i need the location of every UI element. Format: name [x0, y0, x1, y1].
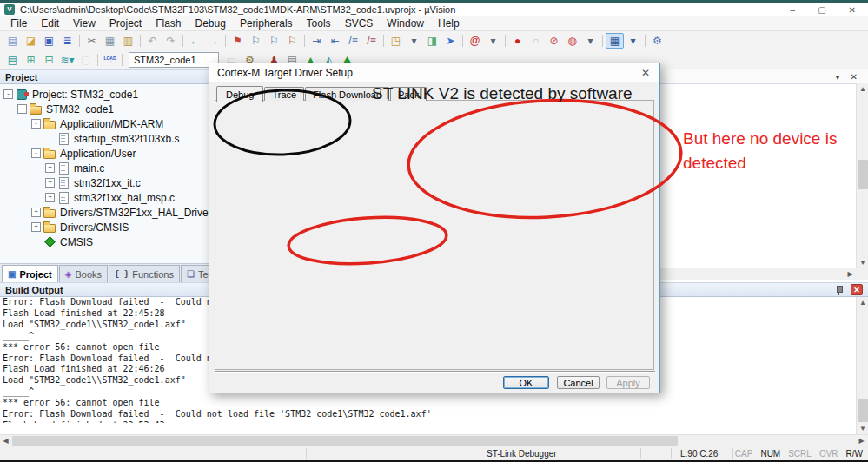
- tree-expander-icon[interactable]: [3, 89, 13, 99]
- redo-icon[interactable]: ↷: [162, 33, 180, 49]
- window-layout-icon[interactable]: ▦: [606, 33, 624, 49]
- tree-expander-icon[interactable]: [31, 208, 41, 217]
- paste-icon[interactable]: ▥: [119, 33, 137, 49]
- bookmark-prev-icon[interactable]: ⚐: [247, 33, 265, 49]
- menu-item[interactable]: Peripherals: [233, 16, 300, 31]
- new-file-icon[interactable]: ▤: [3, 33, 22, 49]
- indent-icon[interactable]: ⇥: [308, 33, 326, 49]
- dialog-tab[interactable]: Debug: [216, 86, 263, 102]
- ok-button[interactable]: OK: [503, 376, 549, 389]
- breakpoint-icon[interactable]: ●: [508, 33, 527, 49]
- target-select-combo[interactable]: STM32_code1: [129, 52, 219, 68]
- find-in-files-icon[interactable]: ◨: [423, 33, 441, 49]
- breakpoint-clear-icon[interactable]: ◍: [563, 33, 581, 49]
- separator[interactable]: [460, 33, 466, 49]
- separator[interactable]: [502, 33, 508, 49]
- scroll-up-icon[interactable]: ▲: [857, 297, 868, 308]
- debug-search-icon[interactable]: @: [466, 33, 484, 49]
- tree-item[interactable]: Application/User: [0, 146, 210, 161]
- uncomment-icon[interactable]: /≡: [362, 33, 381, 49]
- copy-icon[interactable]: ▦: [101, 33, 119, 49]
- scrollbar-thumb[interactable]: [12, 436, 678, 446]
- tree-item[interactable]: CMSIS: [0, 234, 210, 249]
- configure-icon[interactable]: ⚙: [648, 33, 666, 49]
- tree-expander-icon[interactable]: [17, 104, 27, 114]
- breakpoint-kill-icon[interactable]: ⊘: [545, 33, 563, 49]
- separator[interactable]: [180, 33, 186, 49]
- bookmark-clear-icon[interactable]: ⚐: [283, 33, 301, 49]
- open-file-icon[interactable]: ◪: [22, 33, 40, 49]
- separator[interactable]: [95, 52, 101, 68]
- separator[interactable]: [301, 33, 308, 49]
- select-toolbox-icon[interactable]: ▾: [405, 33, 423, 49]
- dialog-tab[interactable]: Pack: [390, 87, 427, 101]
- comment-icon[interactable]: /≡: [344, 33, 362, 49]
- scroll-up-icon[interactable]: ▲: [857, 83, 868, 95]
- build-output-horizontal-scrollbar[interactable]: ◀ ▶: [0, 434, 868, 446]
- panel-tab[interactable]: Project: [2, 265, 58, 282]
- stop-build-icon[interactable]: ▢: [76, 52, 95, 68]
- dialog-close-icon[interactable]: ✕: [641, 67, 650, 79]
- dialog-tab[interactable]: Flash Download: [305, 87, 389, 101]
- tree-item[interactable]: STM32_code1: [0, 102, 210, 116]
- tree-item[interactable]: Project: STM32_code1: [0, 87, 210, 102]
- save-all-icon[interactable]: ≣: [58, 33, 76, 49]
- scroll-right-icon[interactable]: ▶: [845, 268, 856, 280]
- tree-item[interactable]: stm32f1xx_hal_msp.c: [0, 190, 210, 205]
- menu-item[interactable]: Project: [103, 16, 149, 31]
- build-output-vertical-scrollbar[interactable]: ▲ ▼: [856, 297, 868, 434]
- editor-dropdown-icon[interactable]: ▾: [836, 72, 840, 82]
- separator[interactable]: [119, 52, 125, 68]
- download-icon[interactable]: LOAD ↓↓: [101, 52, 119, 68]
- cancel-button[interactable]: Cancel: [557, 376, 600, 389]
- tree-item[interactable]: main.c: [0, 161, 210, 175]
- menu-item[interactable]: Flash: [149, 16, 188, 31]
- tree-expander-icon[interactable]: [45, 178, 55, 188]
- apply-button[interactable]: Apply: [606, 376, 650, 389]
- navigate-forward-icon[interactable]: →: [204, 33, 222, 49]
- maximize-button[interactable]: ▢: [818, 5, 825, 15]
- menu-item[interactable]: File: [3, 16, 34, 31]
- close-button[interactable]: ✕: [849, 5, 856, 15]
- editor-vertical-scrollbar[interactable]: ▲ ▼: [856, 83, 868, 268]
- tree-expander-icon[interactable]: [31, 237, 41, 247]
- editor-close-icon[interactable]: ✕: [851, 72, 858, 82]
- batch-build-icon[interactable]: ≋▾: [58, 52, 76, 68]
- dropdown-caret-icon[interactable]: ▾: [484, 33, 502, 49]
- tree-item[interactable]: Drivers/CMSIS: [0, 220, 210, 234]
- tree-item[interactable]: stm32f1xx_it.c: [0, 175, 210, 190]
- tree-item[interactable]: Drivers/STM32F1xx_HAL_Driver: [0, 205, 210, 220]
- separator[interactable]: [222, 33, 229, 49]
- build-output-close-icon[interactable]: ✕: [851, 284, 863, 295]
- bookmark-next-icon[interactable]: ⚐: [265, 33, 283, 49]
- cut-icon[interactable]: ✂: [83, 33, 101, 49]
- build-icon[interactable]: ⊞: [22, 52, 40, 68]
- pin-icon[interactable]: [835, 285, 844, 295]
- navigate-back-icon[interactable]: ←: [186, 33, 204, 49]
- tree-expander-icon[interactable]: [31, 148, 41, 158]
- separator[interactable]: [600, 33, 606, 49]
- menu-item[interactable]: Tools: [300, 16, 338, 31]
- dialog-tab[interactable]: Trace: [264, 87, 304, 101]
- menu-item[interactable]: Debug: [189, 16, 233, 31]
- translate-file-icon[interactable]: ▤: [3, 52, 22, 68]
- tree-expander-icon[interactable]: [45, 163, 55, 173]
- minimize-button[interactable]: –: [791, 5, 796, 15]
- separator[interactable]: [642, 33, 648, 49]
- panel-tab[interactable]: Books: [59, 265, 108, 282]
- separator[interactable]: [381, 33, 387, 49]
- bookmark-toggle-icon[interactable]: ⚑: [229, 33, 247, 49]
- scrollbar-thumb[interactable]: [858, 160, 868, 189]
- save-icon[interactable]: ▣: [40, 33, 58, 49]
- scroll-down-icon[interactable]: ▼: [857, 423, 868, 434]
- separator[interactable]: [76, 33, 83, 49]
- menu-item[interactable]: View: [66, 16, 103, 31]
- tree-expander-icon[interactable]: [45, 134, 55, 143]
- menu-item[interactable]: SVCS: [338, 16, 381, 31]
- menu-item[interactable]: Edit: [34, 16, 66, 31]
- outdent-icon[interactable]: ⇤: [326, 33, 344, 49]
- tree-item[interactable]: Application/MDK-ARM: [0, 116, 210, 131]
- run-to-line-icon[interactable]: ➤: [441, 33, 460, 49]
- panel-tab[interactable]: Functions: [109, 265, 180, 282]
- tree-expander-icon[interactable]: [45, 193, 55, 202]
